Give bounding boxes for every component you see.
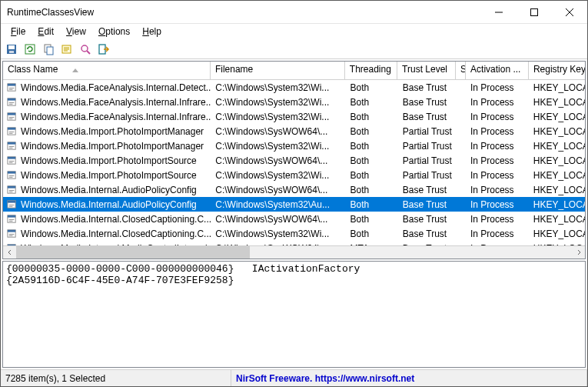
registry-cell: HKEY_LOCA	[529, 185, 585, 195]
window-title: RuntimeClassesView	[7, 7, 481, 18]
threading-cell: Both	[345, 185, 397, 195]
registry-cell: HKEY_LOCA	[529, 82, 585, 93]
svg-rect-1	[531, 8, 538, 15]
class-icon	[6, 125, 18, 137]
scroll-thumb[interactable]	[16, 246, 250, 259]
registry-cell: HKEY_LOCA	[529, 229, 585, 239]
list-view[interactable]: Class Name Filename Threading Trust Leve…	[2, 61, 586, 259]
filename-cell: C:\Windows\SysWOW64\...	[211, 185, 345, 195]
maximize-button[interactable]	[517, 1, 552, 24]
table-row[interactable]: Windows.Media.Internal.AudioPolicyConfig…	[3, 182, 585, 197]
class-icon	[6, 199, 18, 210]
threading-cell: Both	[345, 82, 397, 93]
menu-help[interactable]: Help	[137, 25, 167, 38]
activation-cell: In Process	[466, 141, 529, 152]
registry-cell: HKEY_LOCA	[529, 155, 585, 166]
rows-container: Windows.Media.FaceAnalysis.Internal.Dete…	[3, 80, 585, 245]
activation-cell: In Process	[466, 214, 529, 225]
col-activation[interactable]: Activation ...	[466, 62, 529, 79]
class-icon	[6, 111, 18, 122]
table-row[interactable]: Windows.Media.Import.PhotoImportSourceC:…	[3, 153, 585, 168]
copy-icon[interactable]	[41, 42, 56, 57]
registry-cell: HKEY_LOCA	[529, 126, 585, 137]
trust-cell: Base Trust	[398, 229, 457, 239]
filename-cell: C:\Windows\System32\Wi...	[211, 141, 345, 152]
filename-cell: C:\Windows\System32\Wi...	[211, 97, 345, 108]
registry-cell: HKEY_LOCA	[529, 199, 585, 210]
registry-cell: HKEY_LOCA	[529, 214, 585, 225]
col-trust-level[interactable]: Trust Level	[397, 62, 456, 79]
table-row[interactable]: Windows.Media.Import.PhotoImportSourceC:…	[3, 168, 585, 182]
guid-2: {2A59116D-6C4F-45E0-A74F-707E3FEF9258}	[6, 275, 234, 286]
interface-name: IActivationFactory	[252, 263, 360, 275]
class-name-cell: Windows.Media.FaceAnalysis.Internal.Dete…	[21, 82, 211, 93]
filename-cell: C:\Windows\System32\Wi...	[211, 229, 345, 239]
class-name-cell: Windows.Media.FaceAnalysis.Internal.Infr…	[21, 112, 211, 122]
threading-cell: Both	[345, 229, 397, 239]
toolbar	[1, 39, 587, 59]
table-row[interactable]: Windows.Media.FaceAnalysis.Internal.Infr…	[3, 95, 585, 109]
close-button[interactable]	[552, 1, 587, 24]
class-name-cell: Windows.Media.Import.PhotoImportManager	[21, 126, 204, 137]
titlebar[interactable]: RuntimeClassesView	[1, 1, 587, 24]
horizontal-scrollbar[interactable]	[3, 245, 585, 259]
table-row[interactable]: Windows.Media.Import.PhotoImportManagerC…	[3, 124, 585, 138]
trust-cell: Base Trust	[398, 185, 457, 195]
table-row[interactable]: Windows.Media.Import.PhotoImportManagerC…	[3, 138, 585, 153]
table-row[interactable]: Windows.Media.Internal.AudioPolicyConfig…	[3, 197, 585, 212]
threading-cell: Both	[345, 112, 397, 122]
menu-edit[interactable]: Edit	[32, 25, 59, 38]
refresh-icon[interactable]	[22, 42, 38, 57]
minimize-button[interactable]	[481, 1, 517, 24]
exit-icon[interactable]	[96, 42, 111, 57]
menu-view[interactable]: View	[61, 25, 91, 38]
svg-rect-7	[25, 45, 35, 54]
details-pane[interactable]: {00000035-0000-0000-C000-000000000046} I…	[2, 261, 586, 368]
threading-cell: Both	[345, 126, 397, 137]
activation-cell: In Process	[466, 155, 529, 166]
trust-cell: Base Trust	[398, 112, 457, 122]
properties-icon[interactable]	[59, 42, 75, 57]
filename-cell: C:\Windows\SysWOW64\...	[211, 155, 345, 166]
threading-cell: Both	[345, 170, 397, 181]
class-icon	[6, 213, 18, 225]
svg-rect-38	[8, 157, 15, 159]
trust-cell: Partial Trust	[398, 155, 457, 166]
table-row[interactable]: Windows.Media.FaceAnalysis.Internal.Dete…	[3, 80, 585, 95]
scroll-track[interactable]	[16, 246, 572, 259]
save-icon[interactable]	[4, 42, 19, 57]
menu-options[interactable]: Options	[93, 25, 135, 38]
table-row[interactable]: Windows.Media.Internal.ClosedCaptioning.…	[3, 212, 585, 226]
class-name-cell: Windows.Media.Import.PhotoImportSource	[21, 155, 197, 166]
trust-cell: Partial Trust	[398, 126, 457, 137]
col-filename[interactable]: Filename	[211, 62, 345, 79]
statusbar: 7285 item(s), 1 Selected NirSoft Freewar…	[1, 369, 587, 386]
find-icon[interactable]	[78, 42, 93, 57]
class-icon	[6, 169, 18, 181]
activation-cell: In Process	[466, 170, 529, 181]
col-registry-key[interactable]: Registry Key	[529, 62, 585, 79]
table-row[interactable]: Windows.Media.Internal.ClosedCaptioning.…	[3, 226, 585, 241]
menu-file[interactable]: File	[5, 25, 31, 38]
nirsoft-link[interactable]: NirSoft Freeware. https://www.nirsoft.ne…	[236, 373, 414, 384]
class-name-cell: Windows.Media.FaceAnalysis.Internal.Infr…	[21, 97, 211, 108]
col-class-name[interactable]: Class Name	[3, 62, 211, 79]
filename-cell: C:\Windows\System32\Au...	[211, 199, 345, 210]
filename-cell: C:\Windows\System32\Wi...	[211, 112, 345, 122]
status-count: 7285 item(s), 1 Selected	[1, 370, 231, 386]
scroll-left-icon[interactable]	[3, 246, 16, 259]
class-name-cell: Windows.Media.Import.PhotoImportSource	[21, 170, 197, 181]
col-s[interactable]: S	[456, 62, 466, 79]
column-headers: Class Name Filename Threading Trust Leve…	[3, 62, 585, 80]
trust-cell: Partial Trust	[398, 141, 457, 152]
scroll-right-icon[interactable]	[572, 246, 585, 259]
threading-cell: Both	[345, 97, 397, 108]
table-row[interactable]: Windows.Media.FaceAnalysis.Internal.Infr…	[3, 109, 585, 124]
class-name-cell: Windows.Media.Import.PhotoImportManager	[21, 141, 204, 152]
threading-cell: Both	[345, 141, 397, 152]
threading-cell: Both	[345, 199, 397, 210]
activation-cell: In Process	[466, 185, 529, 195]
svg-rect-54	[8, 215, 15, 218]
col-threading[interactable]: Threading	[345, 62, 397, 79]
threading-cell: Both	[345, 155, 397, 166]
